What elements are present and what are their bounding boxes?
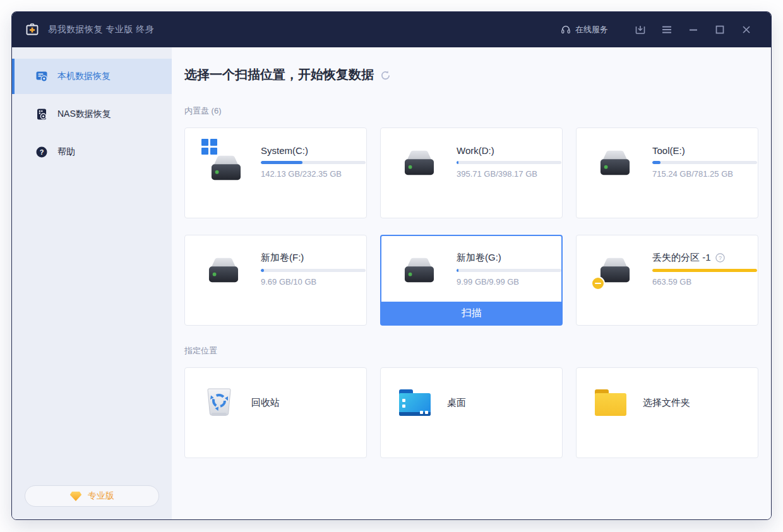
drive-card-g-selected[interactable]: 新加卷(G:) 9.99 GB/9.99 GB 扫描 (380, 235, 563, 326)
location-card-recycle-bin[interactable]: 回收站 (184, 367, 367, 458)
svg-text:?: ? (40, 148, 44, 156)
hard-drive-icon (397, 139, 443, 184)
minimize-icon (688, 25, 698, 35)
capacity-bar (457, 269, 561, 272)
menu-icon (661, 24, 672, 35)
drive-name: 丢失的分区 -1 (652, 252, 711, 264)
pro-version-button[interactable]: 专业版 (25, 485, 159, 507)
drive-name: System(C:) (261, 145, 366, 156)
hard-drive-icon (593, 139, 638, 184)
main-content: 选择一个扫描位置，开始恢复数据 内置盘 (6) (172, 47, 771, 519)
minimize-button[interactable] (683, 19, 704, 40)
drive-card-lost-partition[interactable]: 丢失的分区 -1 ? 663.59 GB (576, 235, 758, 326)
sidebar-item-nas-recovery[interactable]: NAS数据恢复 (12, 97, 172, 132)
hard-drive-icon (397, 246, 443, 292)
close-icon (741, 25, 751, 35)
app-logo-toolbox-icon (25, 22, 40, 37)
location-card-choose-folder[interactable]: 选择文件夹 (576, 367, 758, 458)
sidebar-item-help[interactable]: ? 帮助 (12, 134, 172, 170)
hard-drive-icon (201, 246, 247, 292)
sidebar-item-label: NAS数据恢复 (57, 109, 111, 120)
sidebar-item-local-recovery[interactable]: 本机数据恢复 (12, 59, 172, 94)
refresh-icon[interactable] (380, 70, 391, 81)
drive-capacity: 663.59 GB (652, 277, 758, 287)
online-service-button[interactable]: 在线服务 (561, 24, 608, 35)
page-title: 选择一个扫描位置，开始恢复数据 (184, 66, 374, 83)
capacity-bar (652, 269, 757, 272)
capacity-bar (261, 161, 366, 164)
drive-card-system-c[interactable]: System(C:) 142.13 GB/232.35 GB (184, 127, 367, 218)
pro-version-label: 专业版 (88, 490, 114, 502)
app-title: 易我数据恢复 专业版 终身 (48, 24, 154, 35)
drive-card-grid: System(C:) 142.13 GB/232.35 GB (184, 127, 758, 326)
choose-folder-icon (595, 389, 626, 416)
location-label: 选择文件夹 (643, 397, 690, 409)
drive-capacity: 395.71 GB/398.17 GB (457, 169, 562, 179)
download-icon (635, 24, 646, 35)
location-label: 回收站 (251, 397, 280, 409)
gem-icon (69, 491, 82, 502)
recycle-bin-icon (203, 386, 235, 419)
sidebar: 本机数据恢复 NAS数据恢复 ? 帮助 (12, 47, 172, 519)
svg-text:?: ? (719, 254, 722, 261)
capacity-bar (652, 161, 757, 164)
titlebar: 易我数据恢复 专业版 终身 在线服务 (12, 12, 771, 47)
drive-card-tool-e[interactable]: Tool(E:) 715.24 GB/781.25 GB (576, 127, 758, 218)
help-circle-icon[interactable]: ? (715, 253, 725, 263)
specified-locations-label: 指定位置 (184, 345, 758, 357)
scan-button[interactable]: 扫描 (381, 302, 561, 324)
drive-capacity: 715.24 GB/781.25 GB (652, 169, 758, 179)
drive-name: 新加卷(G:) (457, 252, 561, 264)
drive-name: Tool(E:) (652, 145, 758, 156)
help-icon: ? (35, 146, 48, 158)
location-card-grid: 回收站 桌面 (184, 367, 758, 458)
desktop-folder-icon (399, 389, 431, 416)
menu-button[interactable] (656, 19, 678, 40)
local-recovery-icon (35, 70, 48, 83)
close-button[interactable] (736, 19, 757, 40)
lost-partition-badge-icon (591, 276, 605, 290)
capacity-bar (457, 161, 561, 164)
drive-capacity: 9.69 GB/10 GB (261, 277, 366, 287)
sidebar-item-label: 本机数据恢复 (57, 71, 111, 82)
capacity-bar (261, 269, 366, 272)
download-button[interactable] (630, 19, 651, 40)
internal-disks-label: 内置盘 (6) (184, 105, 758, 117)
drive-card-f[interactable]: 新加卷(F:) 9.69 GB/10 GB (184, 235, 367, 326)
drive-name: Work(D:) (457, 145, 562, 156)
drive-capacity: 9.99 GB/9.99 GB (457, 277, 561, 287)
drive-card-work-d[interactable]: Work(D:) 395.71 GB/398.17 GB (380, 127, 563, 218)
hard-drive-windows-icon (201, 139, 247, 184)
drive-capacity: 142.13 GB/232.35 GB (261, 169, 366, 179)
drive-name: 新加卷(F:) (261, 252, 366, 264)
headset-icon (561, 25, 571, 35)
location-card-desktop[interactable]: 桌面 (380, 367, 563, 458)
hard-drive-lost-icon (593, 246, 638, 292)
maximize-button[interactable] (709, 19, 731, 40)
sidebar-item-label: 帮助 (57, 146, 75, 158)
nas-recovery-icon (35, 108, 48, 121)
location-label: 桌面 (447, 397, 466, 409)
online-service-label: 在线服务 (575, 24, 608, 35)
app-window: 易我数据恢复 专业版 终身 在线服务 (11, 11, 772, 520)
maximize-icon (715, 25, 725, 35)
